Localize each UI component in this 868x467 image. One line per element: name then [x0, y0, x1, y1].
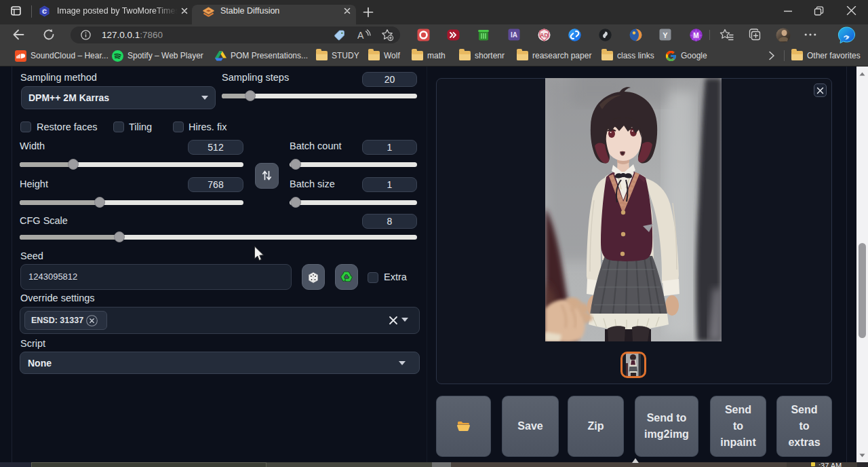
svg-text:AD: AD [540, 32, 548, 39]
svg-text:A: A [357, 30, 364, 41]
svg-text:IA: IA [511, 31, 517, 39]
svg-text:M: M [693, 32, 698, 39]
svg-text:Y: Y [663, 31, 668, 39]
svg-text:C: C [42, 8, 47, 15]
